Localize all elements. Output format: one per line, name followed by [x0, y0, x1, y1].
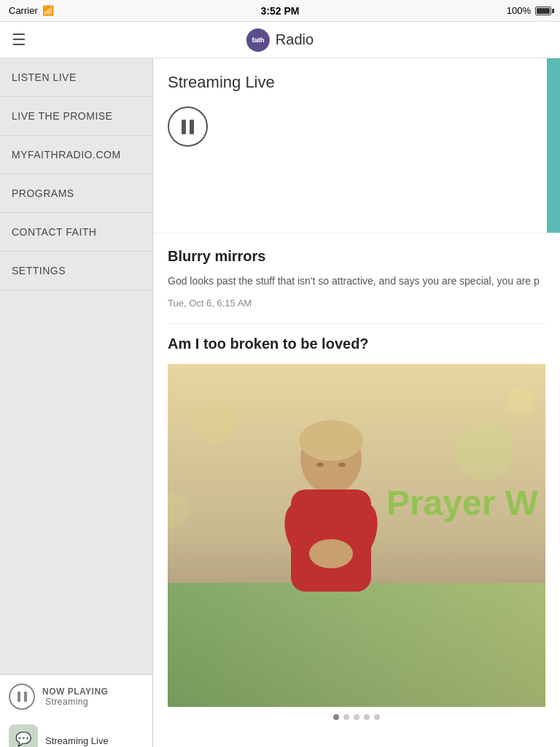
sidebar: LISTEN LIVE LIVE THE PROMISE MYFAITHRADI…: [0, 58, 153, 747]
faith-logo-circle: faith: [246, 28, 270, 52]
player-section: Streaming Live: [153, 58, 560, 233]
sidebar-item-listen-live[interactable]: LISTEN LIVE: [0, 58, 152, 97]
battery-percent: 100%: [507, 5, 531, 16]
svg-point-7: [299, 420, 363, 461]
svg-rect-1: [168, 583, 545, 707]
svg-point-12: [316, 462, 324, 467]
time-display: 3:52 PM: [261, 5, 300, 17]
pause-icon: [182, 120, 194, 134]
battery-icon: [535, 7, 551, 15]
menu-icon: ☰: [12, 31, 26, 49]
now-playing-streaming-label: Streaming Live: [45, 735, 109, 746]
sidebar-item-contact-faith[interactable]: CONTACT FAITH: [0, 213, 152, 252]
now-playing-label: NOW PLAYING Streaming: [42, 686, 144, 707]
blog-divider: [168, 323, 545, 324]
chat-bubble-icon: 💬: [9, 724, 38, 747]
carousel-dot-5[interactable]: [374, 714, 380, 720]
sidebar-item-settings[interactable]: SETTINGS: [0, 252, 152, 290]
svg-point-3: [455, 422, 513, 481]
carousel-dot-3[interactable]: [354, 714, 359, 720]
sidebar-item-programs[interactable]: PROGRAMS: [0, 174, 152, 213]
sidebar-item-live-promise[interactable]: LIVE THE PROMISE: [0, 97, 152, 136]
carousel-dot-1[interactable]: [333, 714, 339, 720]
main-content: Streaming Live Blurry mirrors God looks …: [153, 58, 560, 747]
svg-point-2: [192, 400, 236, 444]
blog-post-1-title: Blurry mirrors: [168, 248, 545, 265]
player-title: Streaming Live: [168, 73, 545, 92]
carrier-label: Carrier: [9, 5, 38, 16]
carousel-dot-4[interactable]: [364, 714, 370, 720]
pause-button[interactable]: [168, 107, 208, 147]
blog-post-1-date: Tue, Oct 6, 6:15 AM: [168, 298, 545, 309]
app-header: ☰ faith Radio: [0, 22, 560, 58]
app-logo: faith Radio: [246, 28, 314, 52]
teal-accent-bar: [547, 58, 560, 233]
svg-point-11: [309, 539, 353, 568]
carousel-dots: [168, 707, 545, 727]
svg-point-4: [506, 386, 535, 415]
prayer-image[interactable]: Prayer W: [168, 364, 545, 707]
carousel-dot-2[interactable]: [343, 714, 349, 720]
menu-button[interactable]: ☰: [12, 31, 26, 50]
blog-post-1-excerpt: God looks past the stuff that isn't so a…: [168, 274, 545, 289]
faith-logo-text: faith: [252, 36, 265, 44]
svg-point-13: [338, 462, 346, 467]
blog-section: Blurry mirrors God looks past the stuff …: [153, 233, 560, 742]
prayer-text-overlay: Prayer W: [386, 484, 538, 523]
now-playing-pause-button[interactable]: [9, 684, 35, 710]
status-bar: Carrier 📶 3:52 PM 100%: [0, 0, 560, 22]
app-title: Radio: [276, 31, 314, 48]
sidebar-item-myfaithradio[interactable]: MYFAITHRADIO.COM: [0, 136, 152, 174]
wifi-icon: 📶: [42, 5, 54, 16]
now-playing-bar: NOW PLAYING Streaming 💬 Streaming Live: [0, 674, 152, 747]
blog-post-2-title: Am I too broken to be loved?: [168, 336, 545, 352]
